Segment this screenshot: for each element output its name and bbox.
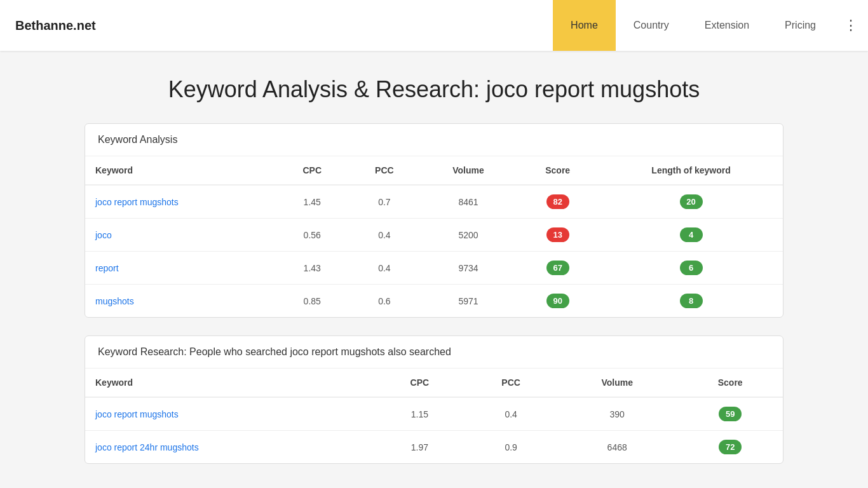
keyword-cell[interactable]: joco — [85, 219, 276, 252]
col-volume: Volume — [557, 369, 677, 397]
table-row: report 1.43 0.4 9734 67 6 — [85, 252, 783, 285]
nav-home[interactable]: Home — [553, 0, 616, 51]
cpc-cell: 0.85 — [276, 285, 348, 318]
table-row: mugshots 0.85 0.6 5971 90 8 — [85, 285, 783, 318]
research-card-header: Keyword Research: People who searched jo… — [85, 336, 783, 369]
keyword-cell[interactable]: mugshots — [85, 285, 276, 318]
table-row: joco report mugshots 1.15 0.4 390 59 — [85, 397, 783, 431]
keyword-cell[interactable]: joco report 24hr mugshots — [85, 431, 374, 464]
brand-logo[interactable]: Bethanne.net — [0, 0, 111, 51]
score-cell: 72 — [677, 431, 783, 464]
volume-cell: 390 — [557, 397, 677, 431]
page-content: Keyword Analysis & Research: joco report… — [72, 51, 796, 488]
pcc-cell: 0.6 — [348, 285, 421, 318]
nav-country[interactable]: Country — [616, 0, 687, 51]
more-menu-button[interactable]: ⋮ — [834, 0, 868, 51]
col-keyword: Keyword — [85, 156, 276, 185]
analysis-table: Keyword CPC PCC Volume Score Length of k… — [85, 156, 783, 317]
nav-links: Home Country Extension Pricing ⋮ — [553, 0, 868, 51]
col-length: Length of keyword — [599, 156, 783, 185]
analysis-card-header: Keyword Analysis — [85, 124, 783, 156]
volume-cell: 6468 — [557, 431, 677, 464]
score-cell: 82 — [516, 185, 599, 219]
col-pcc: PCC — [348, 156, 421, 185]
pcc-cell: 0.7 — [348, 185, 421, 219]
volume-cell: 9734 — [421, 252, 517, 285]
length-cell: 4 — [599, 219, 783, 252]
volume-cell: 8461 — [421, 185, 517, 219]
score-cell: 67 — [516, 252, 599, 285]
pcc-cell: 0.4 — [348, 252, 421, 285]
pcc-cell: 0.9 — [465, 431, 557, 464]
length-cell: 6 — [599, 252, 783, 285]
keyword-cell[interactable]: joco report mugshots — [85, 185, 276, 219]
navbar: Bethanne.net Home Country Extension Pric… — [0, 0, 868, 51]
page-title: Keyword Analysis & Research: joco report… — [85, 76, 783, 103]
col-keyword: Keyword — [85, 369, 374, 397]
table-row: joco report mugshots 1.45 0.7 8461 82 20 — [85, 185, 783, 219]
length-cell: 20 — [599, 185, 783, 219]
pcc-cell: 0.4 — [465, 397, 557, 431]
cpc-cell: 1.45 — [276, 185, 348, 219]
score-cell: 90 — [516, 285, 599, 318]
pcc-cell: 0.4 — [348, 219, 421, 252]
research-table-header-row: Keyword CPC PCC Volume Score — [85, 369, 783, 397]
volume-cell: 5971 — [421, 285, 517, 318]
analysis-card: Keyword Analysis Keyword CPC PCC Volume … — [85, 123, 783, 318]
length-cell: 8 — [599, 285, 783, 318]
col-score: Score — [677, 369, 783, 397]
cpc-cell: 1.97 — [374, 431, 466, 464]
col-volume: Volume — [421, 156, 517, 185]
col-cpc: CPC — [276, 156, 348, 185]
col-score: Score — [516, 156, 599, 185]
nav-pricing[interactable]: Pricing — [767, 0, 834, 51]
keyword-cell[interactable]: joco report mugshots — [85, 397, 374, 431]
research-table: Keyword CPC PCC Volume Score joco report… — [85, 369, 783, 463]
col-pcc: PCC — [465, 369, 557, 397]
table-row: joco report 24hr mugshots 1.97 0.9 6468 … — [85, 431, 783, 464]
score-cell: 59 — [677, 397, 783, 431]
analysis-table-header-row: Keyword CPC PCC Volume Score Length of k… — [85, 156, 783, 185]
score-cell: 13 — [516, 219, 599, 252]
volume-cell: 5200 — [421, 219, 517, 252]
cpc-cell: 1.43 — [276, 252, 348, 285]
cpc-cell: 1.15 — [374, 397, 466, 431]
keyword-cell[interactable]: report — [85, 252, 276, 285]
table-row: joco 0.56 0.4 5200 13 4 — [85, 219, 783, 252]
nav-extension[interactable]: Extension — [687, 0, 767, 51]
cpc-cell: 0.56 — [276, 219, 348, 252]
col-cpc: CPC — [374, 369, 466, 397]
research-card: Keyword Research: People who searched jo… — [85, 336, 783, 464]
